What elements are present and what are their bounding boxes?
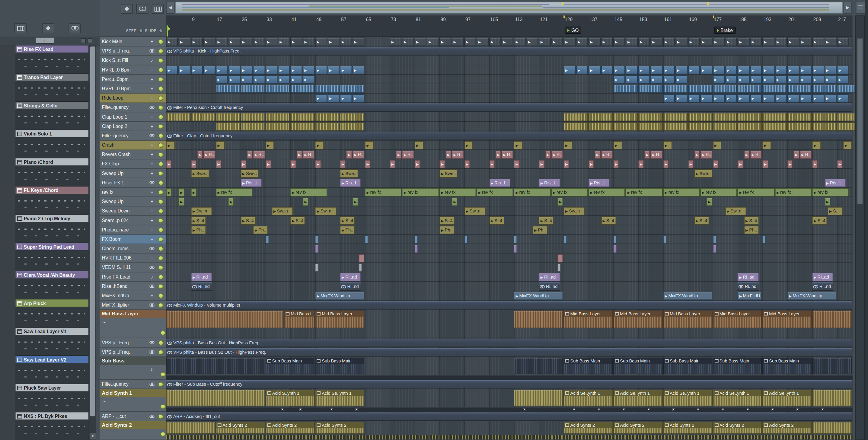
- clip[interactable]: ▶: [825, 66, 836, 74]
- automation-clip[interactable]: MixFX WindUp - Volume multiplier: [166, 301, 852, 310]
- clip[interactable]: [738, 85, 762, 93]
- clip[interactable]: ▶: [290, 38, 302, 46]
- channel-mixfx-tiplier[interactable]: MixFX..tiplier: [100, 301, 166, 310]
- channel-activity-led[interactable]: [158, 114, 163, 120]
- clip[interactable]: ▶: [514, 141, 523, 150]
- clip[interactable]: [812, 311, 852, 328]
- channel-activity-led[interactable]: [161, 432, 166, 437]
- clip[interactable]: ▶rev fx: [551, 188, 588, 197]
- clip[interactable]: ▶: [738, 160, 743, 168]
- clip[interactable]: [638, 113, 662, 121]
- clip[interactable]: ▶: [613, 38, 625, 46]
- clip[interactable]: ▶: [837, 66, 849, 74]
- channel-hvr-fill-006[interactable]: HVR FILL 006: [100, 253, 166, 263]
- clip[interactable]: [340, 122, 364, 131]
- clip[interactable]: [340, 85, 364, 93]
- clip[interactable]: ▶: [340, 160, 346, 168]
- timeline-marker-lane[interactable]: GOBrake: [166, 25, 852, 36]
- clip[interactable]: ▶Swe..Up: [241, 169, 259, 178]
- clip[interactable]: ▶: [216, 75, 227, 84]
- clip[interactable]: ▶: [452, 38, 464, 46]
- clip[interactable]: ▶R..: [253, 151, 265, 159]
- clip[interactable]: ▶: [489, 160, 495, 168]
- zoom-widget[interactable]: [856, 2, 865, 14]
- clip[interactable]: [613, 85, 638, 93]
- arrangement-overview-scrollbar[interactable]: [175, 2, 843, 14]
- clip[interactable]: ▶: [266, 75, 277, 84]
- playlist-row-kick-main[interactable]: ▶▶▶▶▶▶▶▶▶▶▶▶▶▶▶▶▶▶▶▶▶▶▶▶▶▶▶▶▶▶▶▶▶▶▶▶▶▶▶▶…: [166, 37, 852, 46]
- clip[interactable]: ▶: [713, 141, 722, 150]
- clip[interactable]: [241, 85, 265, 93]
- clip[interactable]: [514, 245, 517, 253]
- channel-acid-synts-2[interactable]: Acid Synts 2: [100, 421, 166, 440]
- clip[interactable]: [365, 235, 368, 244]
- channel-activity-led[interactable]: [158, 349, 163, 355]
- playlist-row-rise-fx-lead[interactable]: ▶Ri..ad▶Ri..ad▶Ri..ad▶Ri..ad▶Ri..ad: [166, 272, 852, 282]
- clip[interactable]: [415, 235, 418, 244]
- clip[interactable]: ▶: [644, 151, 650, 159]
- channel-filte-quency[interactable]: Filte..quency: [100, 380, 166, 389]
- clip[interactable]: ▶: [216, 160, 221, 168]
- clip[interactable]: [787, 85, 812, 93]
- clip[interactable]: Sub Bass Main: [266, 357, 315, 374]
- clip[interactable]: ▶: [557, 198, 563, 206]
- clip[interactable]: Acid Se..ynth 1: [663, 389, 712, 406]
- clip[interactable]: [812, 389, 852, 406]
- clip[interactable]: ▶: [638, 66, 650, 74]
- playlist-row-filte-quency[interactable]: Filter - Sub Bass - Cutoff frequency: [166, 380, 852, 389]
- clip[interactable]: [713, 85, 737, 93]
- automation-clip[interactable]: VPS philta - Bass Bus Out - HighPass.Fre…: [166, 339, 852, 347]
- clip[interactable]: [290, 122, 314, 131]
- clip[interactable]: Mid Bass Layer: [663, 311, 712, 328]
- clip[interactable]: [613, 245, 617, 253]
- clip[interactable]: Ri..nd: [191, 282, 212, 291]
- track-item-piano-2-top-melody[interactable]: Piano 2 / Top Melody: [16, 215, 88, 243]
- clip[interactable]: ▶: [464, 141, 473, 150]
- channel-mixfx-ndup[interactable]: MixFX..ndUp: [100, 291, 166, 301]
- clip[interactable]: ▶Ris..1: [589, 179, 610, 187]
- clip[interactable]: ▶: [713, 75, 725, 84]
- channel-activity-led[interactable]: [158, 171, 163, 176]
- clip[interactable]: [738, 113, 762, 121]
- clip[interactable]: ▶: [514, 38, 526, 46]
- clip[interactable]: ▶: [390, 38, 401, 46]
- clip[interactable]: [763, 235, 766, 244]
- clip[interactable]: ▶: [216, 38, 227, 46]
- clip[interactable]: ▶: [626, 75, 638, 84]
- clip[interactable]: ▶: [390, 160, 395, 168]
- clip[interactable]: ▶S..4: [340, 216, 355, 225]
- playlist-row-sub-bass[interactable]: Sub Bass MainSub Bass MainSub Bass MainS…: [166, 357, 852, 380]
- clip[interactable]: ▶: [464, 38, 476, 46]
- clip[interactable]: ▶: [775, 66, 786, 74]
- channel-activity-led[interactable]: [158, 39, 163, 44]
- clip[interactable]: ▶: [303, 38, 314, 46]
- clip[interactable]: Mid Bass Layer: [284, 311, 314, 328]
- playhead-marker[interactable]: [168, 27, 170, 31]
- clip[interactable]: ▶: [725, 75, 737, 84]
- track-item-clara-vocal-ah-beauty[interactable]: Clara Vocal /Ah Beauty: [16, 271, 88, 300]
- clip[interactable]: ▶: [328, 38, 339, 46]
- clip[interactable]: ▶: [545, 151, 551, 159]
- clip[interactable]: [663, 122, 687, 131]
- channel-filte-quency[interactable]: Filte..quency: [100, 131, 166, 140]
- clip[interactable]: ▶: [539, 38, 551, 46]
- clip[interactable]: [787, 122, 812, 131]
- clip[interactable]: ▶R..: [452, 151, 464, 159]
- clip[interactable]: ▶R..: [551, 151, 563, 159]
- clip[interactable]: ▶: [787, 38, 799, 46]
- clip[interactable]: ▶: [663, 66, 675, 74]
- slide-toggle[interactable]: [159, 29, 163, 33]
- clip[interactable]: ▶: [713, 66, 725, 74]
- clip[interactable]: ▶: [396, 151, 402, 159]
- clip[interactable]: ▶rev fx: [589, 188, 625, 197]
- playlist-row-acid-synth-1[interactable]: Acid S..ynth 1Acid Se..ynth 1Acid Se..yn…: [166, 389, 852, 412]
- clip[interactable]: ▶Sw..n: [464, 207, 485, 216]
- clip[interactable]: [812, 422, 852, 434]
- automation-clip[interactable]: Filter - Clap - Cutoff frequency: [166, 132, 852, 140]
- channel-activity-led[interactable]: [158, 199, 163, 204]
- clip[interactable]: ▶: [843, 141, 852, 150]
- playlist-row-fx-boom[interactable]: [166, 235, 852, 244]
- clip[interactable]: ▶: [315, 94, 327, 103]
- channel-activity-led[interactable]: [158, 255, 163, 260]
- clip[interactable]: [315, 263, 318, 272]
